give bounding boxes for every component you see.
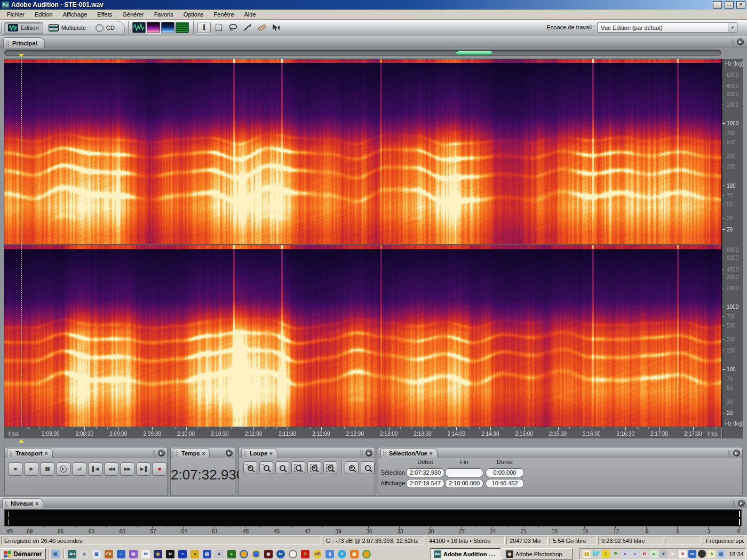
menu-item-7[interactable]: Fenêtre xyxy=(209,10,240,19)
close-icon[interactable]: × xyxy=(35,501,38,507)
workspace-dropdown[interactable]: Vue Edition (par défaut) ▼ xyxy=(597,22,737,33)
menu-item-0[interactable]: Fichier xyxy=(2,10,30,19)
close-icon[interactable]: × xyxy=(430,451,433,457)
zoom-in-left-edge-button[interactable]: + xyxy=(307,461,321,474)
tool-x-icon[interactable]: × xyxy=(178,550,187,558)
sbp-icon[interactable]: S xyxy=(301,550,309,558)
levels-meter[interactable] xyxy=(4,509,742,526)
energy-icon[interactable]: ↯ xyxy=(679,550,687,558)
font-a-icon[interactable]: A xyxy=(215,550,224,558)
close-button[interactable]: × xyxy=(736,1,745,9)
flag-icon[interactable]: ⚑ xyxy=(611,550,619,558)
zoom-in-right-edge-button[interactable]: + xyxy=(323,461,337,474)
cd-mode-button[interactable]: CD xyxy=(91,22,119,34)
green-tool-icon[interactable]: ▴ xyxy=(227,550,236,558)
orb-yellow-icon[interactable] xyxy=(240,550,248,558)
affichage-dur-e-field[interactable]: 10:40.452 xyxy=(486,479,524,488)
net-disabled2-icon[interactable]: × xyxy=(631,550,639,558)
menu-item-3[interactable]: Effets xyxy=(92,10,117,19)
s-lection-fin-field[interactable] xyxy=(445,468,483,477)
money-icon[interactable]: $ xyxy=(708,550,716,558)
scrollbar-thumb[interactable] xyxy=(455,51,492,55)
edition-mode-button[interactable]: Edition xyxy=(4,22,43,34)
pattern-x-icon[interactable]: × xyxy=(190,550,199,558)
menu-item-2[interactable]: Affichage xyxy=(58,10,93,19)
stop-button[interactable]: ■ xyxy=(8,462,22,476)
zoom-out-vertical-button[interactable]: ↕− xyxy=(361,461,375,474)
spectral-pan-view-button[interactable] xyxy=(161,22,174,33)
panel-menu-icon[interactable]: ▶ xyxy=(737,38,744,45)
playhead-marker-bottom[interactable] xyxy=(19,439,24,443)
time-tab[interactable]: Temps × xyxy=(173,448,210,458)
pointer-icon[interactable]: ▶ xyxy=(669,550,677,558)
start-button[interactable]: Démarrer xyxy=(1,548,46,559)
zoom-in-vertical-button[interactable]: ↕+ xyxy=(345,461,359,474)
blue-app-icon[interactable]: ▮ xyxy=(325,550,334,558)
net-disabled-icon[interactable]: × xyxy=(621,550,629,558)
transport-tab[interactable]: Transport × xyxy=(7,448,53,458)
share-icon[interactable]: ▸ xyxy=(650,550,658,558)
minimize-button[interactable]: _ xyxy=(713,1,722,9)
camera-icon[interactable]: ◉ xyxy=(264,550,273,558)
zoom-in-horizontal-button[interactable]: ↔+ xyxy=(243,461,257,474)
play-from-cursor-button[interactable]: ▶ xyxy=(56,462,70,476)
rewind-button[interactable]: ◀◀ xyxy=(104,462,118,476)
multipiste-mode-button[interactable]: Multipiste xyxy=(44,22,90,34)
planet-icon[interactable]: ◉ xyxy=(154,550,162,558)
pdf-grid-icon[interactable]: ▦ xyxy=(350,550,359,558)
menu-item-8[interactable]: Aide xyxy=(240,10,261,19)
effects-paintbrush-tool[interactable] xyxy=(241,22,254,33)
affichage-fin-field[interactable]: 2:18:00.000 xyxy=(445,479,483,488)
mouse-icon[interactable] xyxy=(698,550,706,558)
task-button-photoshop[interactable]: ◉ Adobe Photoshop xyxy=(503,548,573,559)
netscape-icon[interactable]: N xyxy=(166,550,174,558)
clock-icon[interactable] xyxy=(289,550,297,558)
play-button[interactable]: ▶ xyxy=(24,462,38,476)
zoom-out-full-button[interactable]: − xyxy=(275,461,289,474)
close-icon[interactable]: × xyxy=(45,451,48,457)
tab-principal[interactable]: Principal xyxy=(3,37,45,48)
spectrogram-canvas[interactable] xyxy=(4,59,721,427)
swirl-icon[interactable]: ◗ xyxy=(117,550,125,558)
doc-icon[interactable]: ▤ xyxy=(717,550,725,558)
ue-icon[interactable]: UE xyxy=(313,550,322,558)
orb-blue-icon[interactable] xyxy=(252,550,260,558)
word-icon[interactable]: W xyxy=(141,550,150,558)
menu-item-5[interactable]: Favoris xyxy=(149,10,179,19)
audition-icon[interactable]: Au xyxy=(68,550,76,558)
fast-forward-button[interactable]: ▶▶ xyxy=(120,462,134,476)
globe-blocked-icon[interactable]: Ø xyxy=(640,550,648,558)
zoom-to-selection-button[interactable] xyxy=(291,461,305,474)
onenote-icon[interactable]: ▣ xyxy=(129,550,138,558)
fx-icon[interactable]: FX xyxy=(105,550,113,558)
s-lection-d-but-field[interactable]: 2:07:32.930 xyxy=(406,468,444,477)
task-button-audition[interactable]: Au Adobe Audition -... xyxy=(431,548,500,559)
zoom-tab[interactable]: Loupe × xyxy=(241,448,277,458)
waveform-view-button[interactable] xyxy=(132,22,146,33)
lasso-selection-tool[interactable] xyxy=(226,22,240,33)
panel-menu-icon[interactable]: ▶ xyxy=(738,500,745,507)
display-icon[interactable]: ▭ xyxy=(688,550,696,558)
pause-button[interactable]: ▮▮ xyxy=(40,462,54,476)
panel-menu-icon[interactable]: ▶ xyxy=(226,450,233,457)
calculator-icon[interactable]: ▦ xyxy=(92,550,101,558)
affichage-d-but-field[interactable]: 2:07:19.547 xyxy=(406,479,444,488)
close-icon[interactable]: × xyxy=(269,451,273,457)
levels-tab[interactable]: Niveaux × xyxy=(2,498,43,508)
horizontal-scrollbar[interactable] xyxy=(4,50,721,56)
menu-item-4[interactable]: Générer xyxy=(117,10,149,19)
doc-x-icon[interactable]: ▤ xyxy=(203,550,211,558)
spectral-phase-view-button[interactable] xyxy=(176,22,189,33)
tc-icon[interactable]: tc xyxy=(276,550,285,558)
go-to-end-button[interactable]: ▶▐ xyxy=(136,462,150,476)
panel-menu-icon[interactable]: ▶ xyxy=(158,450,165,457)
keyboard-icon[interactable]: ▤ xyxy=(51,550,60,558)
time-selection-tool[interactable]: I xyxy=(197,22,211,33)
panel-menu-icon[interactable]: ▶ xyxy=(365,450,372,457)
playhead-marker-top[interactable] xyxy=(19,54,24,57)
lines-icon[interactable]: ≡ xyxy=(602,550,610,558)
menu-item-1[interactable]: Edition xyxy=(30,10,58,19)
marquee-selection-tool[interactable] xyxy=(212,22,225,33)
timeline-ruler[interactable]: hmshms2:08:002:08:302:09:002:09:302:10:0… xyxy=(4,427,721,438)
panel-menu-icon[interactable]: ▶ xyxy=(733,450,740,457)
